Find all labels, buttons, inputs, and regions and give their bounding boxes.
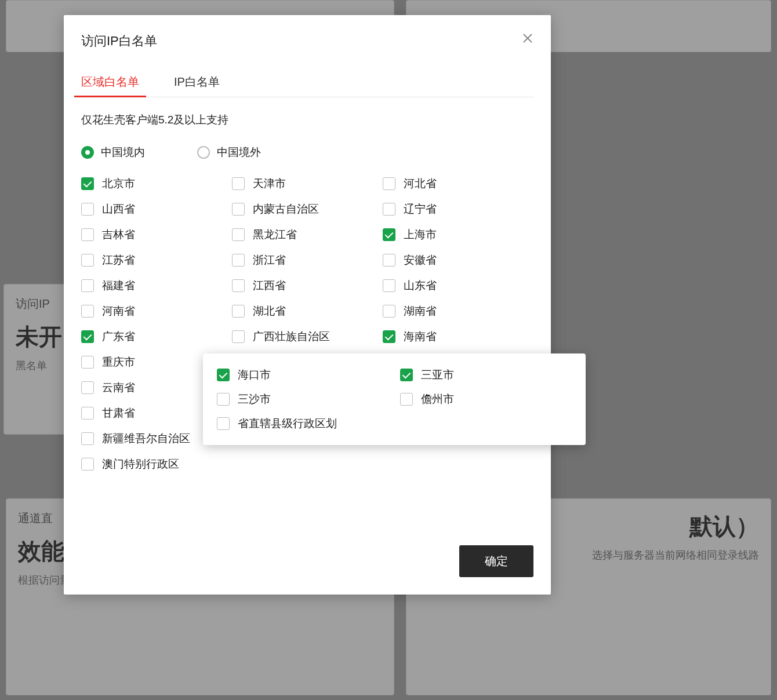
checkbox-province[interactable]: 江苏省 xyxy=(81,253,232,268)
radio-region-0[interactable]: 中国境内 xyxy=(81,145,145,160)
checkbox-icon xyxy=(383,330,395,343)
checkbox-icon xyxy=(81,381,94,394)
checkbox-province[interactable]: 天津市 xyxy=(232,176,383,191)
checkbox-icon xyxy=(383,254,395,267)
checkbox-label: 湖北省 xyxy=(253,304,286,319)
checkbox-label: 儋州市 xyxy=(421,392,454,407)
checkbox-city[interactable]: 三亚市 xyxy=(400,367,572,382)
checkbox-icon xyxy=(232,203,245,216)
checkbox-province[interactable]: 湖北省 xyxy=(232,304,383,319)
checkbox-province[interactable]: 山西省 xyxy=(81,202,232,217)
checkbox-icon xyxy=(81,203,94,216)
checkbox-label: 辽宁省 xyxy=(404,202,437,217)
checkbox-icon xyxy=(81,177,94,190)
checkbox-province[interactable]: 黑龙江省 xyxy=(232,227,383,242)
checkbox-icon xyxy=(232,279,245,292)
checkbox-icon xyxy=(81,228,94,241)
checkbox-label: 湖南省 xyxy=(404,304,437,319)
checkbox-label: 澳门特别行政区 xyxy=(102,457,179,472)
checkbox-icon xyxy=(383,177,395,190)
checkbox-label: 甘肃省 xyxy=(102,406,135,421)
checkbox-province[interactable]: 福建省 xyxy=(81,278,232,293)
checkbox-icon xyxy=(400,393,413,406)
checkbox-label: 新疆维吾尔自治区 xyxy=(102,431,190,446)
checkbox-icon xyxy=(81,305,94,318)
version-hint: 仅花生壳客户端5.2及以上支持 xyxy=(81,112,533,127)
checkbox-province[interactable]: 广东省 xyxy=(81,329,232,344)
checkbox-city[interactable]: 三沙市 xyxy=(217,392,388,407)
radio-region-1[interactable]: 中国境外 xyxy=(197,145,261,160)
modal-title: 访问IP白名单 xyxy=(81,32,533,50)
checkbox-label: 云南省 xyxy=(102,380,135,395)
checkbox-label: 海南省 xyxy=(404,329,437,344)
checkbox-label: 海口市 xyxy=(238,367,271,382)
checkbox-province[interactable]: 吉林省 xyxy=(81,227,232,242)
tabs: 区域白名单 IP白名单 xyxy=(81,67,533,97)
checkbox-label: 山东省 xyxy=(404,278,437,293)
ip-whitelist-modal: 访问IP白名单 区域白名单 IP白名单 仅花生壳客户端5.2及以上支持 中国境内… xyxy=(64,15,551,595)
checkbox-label: 江西省 xyxy=(253,278,286,293)
checkbox-label: 天津市 xyxy=(253,176,286,191)
checkbox-icon xyxy=(217,393,230,406)
checkbox-icon xyxy=(232,330,245,343)
radio-label: 中国境内 xyxy=(101,145,145,160)
radio-icon xyxy=(81,146,94,159)
checkbox-label: 北京市 xyxy=(102,176,135,191)
checkbox-province[interactable]: 北京市 xyxy=(81,176,232,191)
checkbox-city[interactable]: 海口市 xyxy=(217,367,388,382)
checkbox-label: 吉林省 xyxy=(102,227,135,242)
radio-icon xyxy=(197,146,210,159)
checkbox-province[interactable]: 广西壮族自治区 xyxy=(232,329,383,344)
checkbox-label: 广东省 xyxy=(102,329,135,344)
checkbox-city[interactable]: 儋州市 xyxy=(400,392,572,407)
checkbox-city[interactable]: 省直辖县级行政区划 xyxy=(217,416,572,431)
checkbox-province[interactable]: 河南省 xyxy=(81,304,232,319)
checkbox-label: 河南省 xyxy=(102,304,135,319)
checkbox-label: 重庆市 xyxy=(102,355,135,370)
checkbox-icon xyxy=(383,203,395,216)
checkbox-icon xyxy=(81,458,94,471)
confirm-button[interactable]: 确定 xyxy=(459,545,533,577)
checkbox-icon xyxy=(383,279,395,292)
checkbox-icon xyxy=(232,305,245,318)
checkbox-icon xyxy=(400,369,413,381)
checkbox-icon xyxy=(383,228,395,241)
checkbox-label: 内蒙古自治区 xyxy=(253,202,319,217)
checkbox-label: 河北省 xyxy=(404,176,437,191)
checkbox-label: 山西省 xyxy=(102,202,135,217)
checkbox-icon xyxy=(217,417,230,430)
checkbox-province[interactable]: 辽宁省 xyxy=(383,202,533,217)
checkbox-icon xyxy=(81,330,94,343)
checkbox-label: 三沙市 xyxy=(238,392,271,407)
checkbox-icon xyxy=(81,254,94,267)
checkbox-province[interactable]: 海南省 xyxy=(383,329,533,344)
checkbox-province[interactable]: 安徽省 xyxy=(383,253,533,268)
checkbox-label: 上海市 xyxy=(404,227,437,242)
checkbox-label: 安徽省 xyxy=(404,253,437,268)
checkbox-label: 江苏省 xyxy=(102,253,135,268)
checkbox-province[interactable]: 上海市 xyxy=(383,227,533,242)
checkbox-label: 三亚市 xyxy=(421,367,454,382)
tab-region-whitelist[interactable]: 区域白名单 xyxy=(81,67,139,97)
radio-label: 中国境外 xyxy=(217,145,261,160)
checkbox-icon xyxy=(81,356,94,369)
close-icon[interactable] xyxy=(521,31,535,45)
checkbox-province[interactable]: 河北省 xyxy=(383,176,533,191)
checkbox-icon xyxy=(81,407,94,420)
checkbox-province[interactable]: 山东省 xyxy=(383,278,533,293)
checkbox-label: 福建省 xyxy=(102,278,135,293)
checkbox-icon xyxy=(217,369,230,381)
city-popup: 海口市三亚市三沙市儋州市省直辖县级行政区划 xyxy=(203,353,586,445)
region-radio-group: 中国境内中国境外 xyxy=(81,145,533,160)
checkbox-province[interactable]: 浙江省 xyxy=(232,253,383,268)
checkbox-label: 黑龙江省 xyxy=(253,227,297,242)
tab-ip-whitelist[interactable]: IP白名单 xyxy=(174,67,220,97)
checkbox-icon xyxy=(232,177,245,190)
checkbox-province[interactable]: 内蒙古自治区 xyxy=(232,202,383,217)
checkbox-province[interactable]: 澳门特别行政区 xyxy=(81,457,232,472)
checkbox-province[interactable]: 湖南省 xyxy=(383,304,533,319)
checkbox-label: 省直辖县级行政区划 xyxy=(238,416,337,431)
checkbox-icon xyxy=(232,254,245,267)
checkbox-icon xyxy=(81,432,94,445)
checkbox-province[interactable]: 江西省 xyxy=(232,278,383,293)
